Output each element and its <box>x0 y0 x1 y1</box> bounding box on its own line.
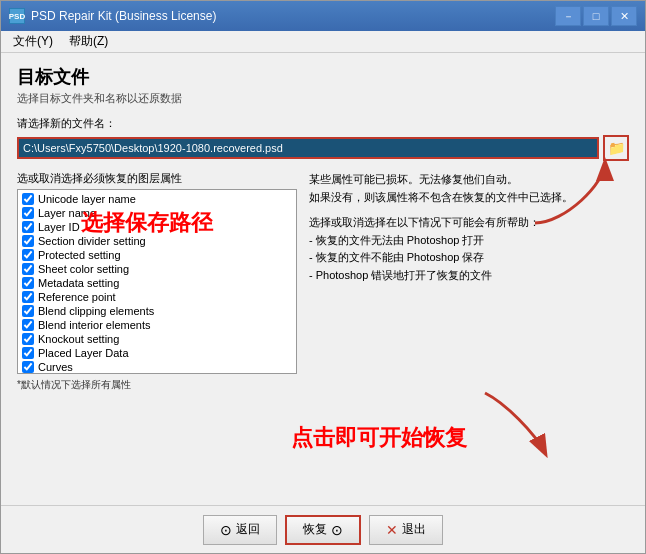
info-text-2: 如果没有，则该属性将不包含在恢复的文件中已选择。 <box>309 189 629 207</box>
bottom-bar: ⊙ 返回 恢复 ⊙ ✕ 退出 <box>1 505 645 553</box>
left-column: 选或取消选择必须恢复的图层属性 Unicode layer nameLayer … <box>17 171 297 392</box>
back-label: 返回 <box>236 521 260 538</box>
checkbox-input[interactable] <box>22 277 34 289</box>
close-button[interactable]: ✕ <box>611 6 637 26</box>
checkbox-input[interactable] <box>22 305 34 317</box>
back-icon: ⊙ <box>220 522 232 538</box>
folder-icon: 📁 <box>608 140 625 156</box>
page-subtitle: 选择目标文件夹和名称以还原数据 <box>17 91 629 106</box>
checkbox-label: Blend interior elements <box>38 319 151 331</box>
checkbox-item[interactable]: Knockout setting <box>20 332 294 346</box>
checkbox-input[interactable] <box>22 347 34 359</box>
info-text-1: 某些属性可能已损坏。无法修复他们自动。 <box>309 171 629 189</box>
menu-bar: 文件(Y) 帮助(Z) <box>1 31 645 53</box>
checkbox-input[interactable] <box>22 193 34 205</box>
info-text-5: - 恢复的文件不能由 Photoshop 保存 <box>309 249 629 267</box>
checkbox-item[interactable]: Section divider setting <box>20 234 294 248</box>
checkbox-input[interactable] <box>22 207 34 219</box>
checkbox-label: Metadata setting <box>38 277 119 289</box>
checkbox-item[interactable]: Metadata setting <box>20 276 294 290</box>
menu-file[interactable]: 文件(Y) <box>5 31 61 52</box>
restore-label: 恢复 <box>303 521 327 538</box>
attr-label: 选或取消选择必须恢复的图层属性 <box>17 171 297 186</box>
file-path-input[interactable] <box>17 137 599 159</box>
exit-button[interactable]: ✕ 退出 <box>369 515 443 545</box>
checkbox-input[interactable] <box>22 249 34 261</box>
file-input-row: 📁 <box>17 135 629 161</box>
checkbox-input[interactable] <box>22 263 34 275</box>
checkbox-item[interactable]: Layer name <box>20 206 294 220</box>
checkbox-item[interactable]: Sheet color setting <box>20 262 294 276</box>
checkbox-list[interactable]: Unicode layer nameLayer nameLayer IDSect… <box>17 189 297 374</box>
checkbox-label: Placed Layer Data <box>38 347 129 359</box>
checkbox-label: Layer name <box>38 207 96 219</box>
checkbox-input[interactable] <box>22 333 34 345</box>
checkbox-item[interactable]: Reference point <box>20 290 294 304</box>
exit-label: 退出 <box>402 521 426 538</box>
info-section-2: 选择或取消选择在以下情况下可能会有所帮助： - 恢复的文件无法由 Photosh… <box>309 214 629 284</box>
page-title: 目标文件 <box>17 65 629 89</box>
browse-button[interactable]: 📁 <box>603 135 629 161</box>
checkbox-item[interactable]: Unicode layer name <box>20 192 294 206</box>
restore-icon: ⊙ <box>331 522 343 538</box>
app-icon: PSD <box>9 8 25 24</box>
checkbox-label: Knockout setting <box>38 333 119 345</box>
content-area: 目标文件 选择目标文件夹和名称以还原数据 请选择新的文件名： 📁 选或取消选择必… <box>1 53 645 505</box>
minimize-button[interactable]: － <box>555 6 581 26</box>
checkbox-label: Layer ID <box>38 221 80 233</box>
info-text-3: 选择或取消选择在以下情况下可能会有所帮助： <box>309 214 629 232</box>
back-button[interactable]: ⊙ 返回 <box>203 515 277 545</box>
checkbox-item[interactable]: Blend interior elements <box>20 318 294 332</box>
checkbox-label: Blend clipping elements <box>38 305 154 317</box>
checkbox-item[interactable]: Layer ID <box>20 220 294 234</box>
info-text-6: - Photoshop 错误地打开了恢复的文件 <box>309 267 629 285</box>
checkbox-item[interactable]: Protected setting <box>20 248 294 262</box>
checkbox-item[interactable]: Curves <box>20 360 294 374</box>
window-controls: － □ ✕ <box>555 6 637 26</box>
checkbox-label: Curves <box>38 361 73 373</box>
checkbox-input[interactable] <box>22 319 34 331</box>
checkbox-label: Unicode layer name <box>38 193 136 205</box>
info-text-4: - 恢复的文件无法由 Photoshop 打开 <box>309 232 629 250</box>
checkbox-label: Protected setting <box>38 249 121 261</box>
title-bar: PSD PSD Repair Kit (Business License) － … <box>1 1 645 31</box>
window-title: PSD Repair Kit (Business License) <box>31 9 555 23</box>
checkbox-label: Reference point <box>38 291 116 303</box>
info-section-1: 某些属性可能已损坏。无法修复他们自动。 如果没有，则该属性将不包含在恢复的文件中… <box>309 171 629 206</box>
default-note: *默认情况下选择所有属性 <box>17 378 297 392</box>
overlay-text-2: 点击即可开始恢复 <box>291 423 467 453</box>
restore-button[interactable]: 恢复 ⊙ <box>285 515 361 545</box>
right-column: 某些属性可能已损坏。无法修复他们自动。 如果没有，则该属性将不包含在恢复的文件中… <box>309 171 629 392</box>
checkbox-label: Section divider setting <box>38 235 146 247</box>
exit-icon: ✕ <box>386 522 398 538</box>
checkbox-input[interactable] <box>22 291 34 303</box>
checkbox-item[interactable]: Placed Layer Data <box>20 346 294 360</box>
arrow-2-icon <box>475 383 555 463</box>
two-column-layout: 选或取消选择必须恢复的图层属性 Unicode layer nameLayer … <box>17 171 629 392</box>
checkbox-input[interactable] <box>22 361 34 373</box>
checkbox-item[interactable]: Blend clipping elements <box>20 304 294 318</box>
checkbox-input[interactable] <box>22 221 34 233</box>
main-window: PSD PSD Repair Kit (Business License) － … <box>0 0 646 554</box>
file-label: 请选择新的文件名： <box>17 116 629 131</box>
menu-help[interactable]: 帮助(Z) <box>61 31 116 52</box>
checkbox-input[interactable] <box>22 235 34 247</box>
checkbox-label: Sheet color setting <box>38 263 129 275</box>
maximize-button[interactable]: □ <box>583 6 609 26</box>
